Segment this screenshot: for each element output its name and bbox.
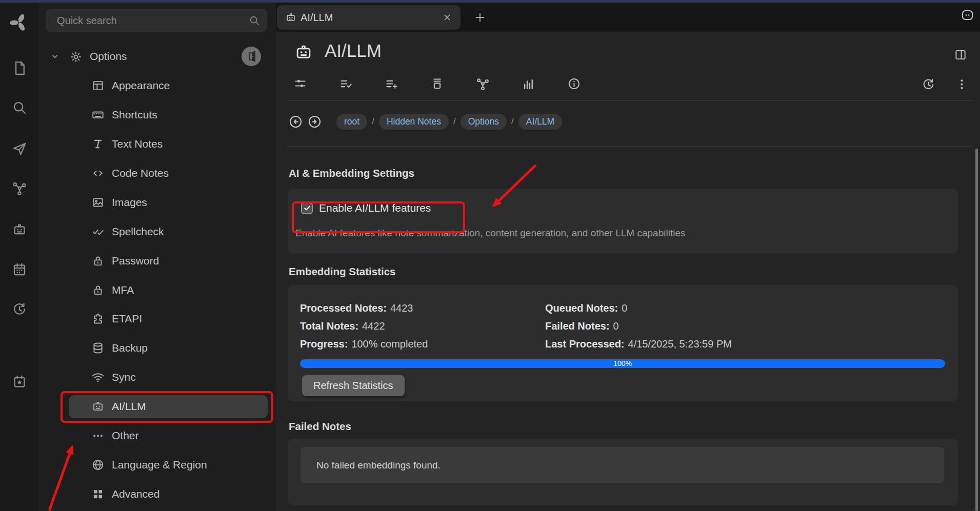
sidebar-item-options[interactable]: Options bbox=[39, 42, 276, 71]
breadcrumb-hidden-notes[interactable]: Hidden Notes bbox=[379, 114, 449, 130]
image-icon bbox=[91, 196, 105, 209]
failed-notes-empty-box: No failed embeddings found. bbox=[301, 447, 944, 483]
sidebar-item-etapi[interactable]: ETAPI bbox=[39, 304, 276, 334]
calendar-star-icon[interactable] bbox=[12, 374, 27, 390]
tab-label: AI/LLM bbox=[301, 12, 442, 24]
breadcrumb-options[interactable]: Options bbox=[461, 114, 507, 130]
enable-ai-checkbox[interactable] bbox=[301, 202, 313, 214]
stat-row: Failed Notes:0 bbox=[545, 317, 732, 335]
options-content: AI & Embedding Settings Enable AI/LLM fe… bbox=[276, 147, 980, 511]
stat-row: Queued Notes:0 bbox=[545, 299, 732, 317]
failed-notes-card: No failed embeddings found. bbox=[288, 439, 958, 505]
breadcrumb-separator: / bbox=[511, 116, 514, 127]
door-open-icon[interactable] bbox=[242, 47, 261, 66]
quick-search[interactable] bbox=[46, 9, 267, 32]
tab-ai-llm[interactable]: AI/LLM bbox=[277, 5, 461, 30]
close-icon[interactable] bbox=[442, 12, 452, 23]
list-plus-icon[interactable] bbox=[385, 77, 398, 91]
section-heading-embedding-statistics: Embedding Statistics bbox=[289, 265, 958, 278]
sidebar-item-language-region[interactable]: Language & Region bbox=[39, 450, 276, 479]
code-icon bbox=[91, 167, 105, 180]
sidebar-item-other[interactable]: Other bbox=[39, 421, 276, 451]
main-pane: AI/LLM AI/LLM root/Hidden Notes/Options/… bbox=[276, 3, 980, 511]
sidebar-item-label: Code Notes bbox=[112, 167, 169, 179]
graph-icon[interactable] bbox=[12, 180, 27, 196]
grid-icon bbox=[91, 487, 105, 501]
archive-icon[interactable] bbox=[430, 77, 444, 91]
sidebar-item-password[interactable]: Password bbox=[39, 246, 276, 275]
stat-row: Progress:100% completed bbox=[300, 335, 428, 353]
embedding-progress-bar: 100% bbox=[300, 359, 945, 368]
text-icon bbox=[91, 137, 105, 151]
stats-left-column: Processed Notes:4423Total Notes:4422Prog… bbox=[300, 299, 428, 353]
nav-back-icon[interactable] bbox=[288, 114, 303, 129]
database-icon bbox=[91, 341, 105, 355]
history-icon[interactable] bbox=[12, 301, 27, 317]
sidebar-item-ai-llm[interactable]: AI/LLM bbox=[39, 392, 276, 421]
note-title[interactable]: AI/LLM bbox=[325, 40, 382, 61]
chevron-down-icon[interactable] bbox=[49, 51, 61, 62]
sidebar-item-advanced[interactable]: Advanced bbox=[39, 479, 276, 508]
breadcrumb-separator: / bbox=[453, 116, 456, 127]
send-icon[interactable] bbox=[12, 141, 27, 156]
sidebar-item-mfa[interactable]: MFA bbox=[39, 275, 276, 304]
section-heading-ai-embedding-settings: AI & Embedding Settings bbox=[289, 167, 958, 179]
bar-chart-icon[interactable] bbox=[522, 77, 535, 91]
sidebar-item-label: Spellcheck bbox=[112, 226, 164, 238]
globe-icon bbox=[91, 458, 105, 472]
sidebar-item-sync[interactable]: Sync bbox=[39, 363, 276, 392]
note-tree: OptionsAppearanceShortcutsText NotesCode… bbox=[39, 42, 276, 508]
enable-ai-description: Enable AI features like note summarizati… bbox=[295, 228, 685, 239]
spellcheck-icon bbox=[91, 225, 105, 238]
enable-ai-label: Enable AI/LLM features bbox=[319, 202, 431, 214]
puzzle-icon bbox=[91, 313, 105, 326]
breadcrumb-ai-llm[interactable]: AI/LLM bbox=[518, 114, 562, 130]
sidebar-item-images[interactable]: Images bbox=[39, 188, 276, 217]
robot-icon[interactable] bbox=[12, 222, 27, 237]
list-check-icon[interactable] bbox=[339, 77, 353, 91]
sidebar-item-appearance[interactable]: Appearance bbox=[39, 71, 276, 100]
divider bbox=[287, 100, 973, 101]
lock-icon bbox=[91, 254, 105, 268]
quick-search-input[interactable] bbox=[57, 9, 247, 32]
breadcrumb-separator: / bbox=[372, 116, 374, 127]
note-history-icon[interactable] bbox=[922, 77, 935, 91]
robot-icon bbox=[285, 12, 296, 23]
lock-icon bbox=[91, 283, 105, 297]
section-heading-failed-notes: Failed Notes bbox=[289, 420, 958, 433]
sidebar-item-spellcheck[interactable]: Spellcheck bbox=[39, 217, 276, 246]
sidebar-item-backup[interactable]: Backup bbox=[39, 334, 276, 363]
enable-ai-checkbox-row[interactable]: Enable AI/LLM features bbox=[301, 202, 431, 214]
info-icon[interactable] bbox=[567, 77, 581, 91]
sidebar-item-label: Shortcuts bbox=[112, 109, 157, 121]
calendar-icon[interactable] bbox=[12, 262, 27, 277]
wifi-icon bbox=[91, 371, 105, 384]
sidebar-item-code-notes[interactable]: Code Notes bbox=[39, 159, 276, 188]
kebab-menu-icon[interactable] bbox=[955, 77, 969, 91]
sidebar-item-label: Backup bbox=[112, 342, 148, 354]
sidebar-item-text-notes[interactable]: Text Notes bbox=[39, 130, 276, 159]
graph-icon[interactable] bbox=[476, 77, 490, 91]
nav-forward-icon[interactable] bbox=[307, 114, 322, 129]
refresh-statistics-button[interactable]: Refresh Statistics bbox=[302, 375, 405, 396]
progress-fill: 100% bbox=[300, 359, 945, 368]
chat-icon[interactable] bbox=[961, 8, 974, 22]
breadcrumb-path: root/Hidden Notes/Options/AI/LLM bbox=[336, 114, 562, 130]
gear-icon bbox=[69, 50, 83, 64]
file-icon[interactable] bbox=[12, 60, 27, 76]
sliders-icon[interactable] bbox=[293, 77, 307, 91]
search-icon bbox=[249, 15, 260, 26]
sidebar-item-label: Language & Region bbox=[112, 459, 207, 471]
scrollbar-thumb[interactable] bbox=[975, 149, 978, 511]
note-tree-sidebar: OptionsAppearanceShortcutsText NotesCode… bbox=[39, 3, 276, 511]
split-panel-icon[interactable] bbox=[954, 48, 967, 62]
new-tab-button[interactable] bbox=[473, 11, 487, 24]
trilium-logo-icon bbox=[9, 13, 29, 32]
search-icon[interactable] bbox=[12, 100, 27, 115]
breadcrumb-root[interactable]: root bbox=[336, 114, 367, 130]
sidebar-item-label: Text Notes bbox=[112, 138, 163, 150]
sidebar-item-label: Images bbox=[112, 196, 147, 209]
ribbon-toolbar bbox=[293, 77, 581, 93]
sidebar-item-label: Options bbox=[90, 50, 127, 63]
sidebar-item-shortcuts[interactable]: Shortcuts bbox=[39, 100, 276, 130]
